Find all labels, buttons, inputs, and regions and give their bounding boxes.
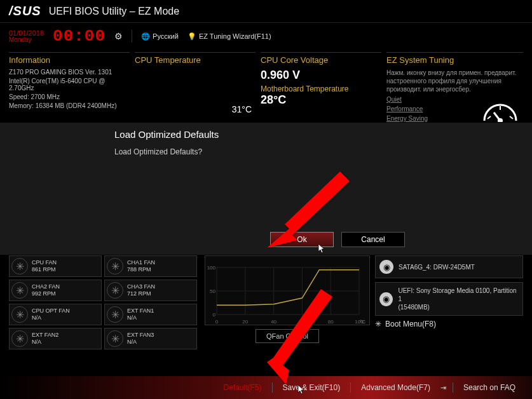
separator [272, 382, 273, 393]
svg-text:40: 40 [271, 319, 276, 325]
switch-icon: ⇥ [440, 384, 446, 392]
brand-logo: /SUS [9, 4, 41, 18]
gauge-icon [481, 98, 519, 125]
disc-icon: ◉ [379, 260, 393, 274]
fan-icon: ✳ [107, 306, 123, 323]
svg-text:20: 20 [242, 319, 248, 325]
fan-text: CHA1 FAN788 RPM [127, 259, 155, 273]
fan-icon: ✳ [107, 330, 123, 347]
fan-item[interactable]: ✳CPU OPT FANN/A [9, 304, 102, 325]
svg-text:0: 0 [213, 312, 216, 318]
svg-text:60: 60 [299, 319, 305, 325]
fan-item[interactable]: ✳CHA3 FAN712 RPM [104, 280, 197, 301]
fan-item[interactable]: ✳EXT FAN1N/A [104, 304, 197, 325]
separator [453, 382, 453, 393]
cpu-info: Intel(R) Core(TM) i5-6400 CPU @ 2.70GHz [9, 78, 130, 91]
day-text: Monday [9, 37, 44, 43]
search-faq-button[interactable]: Search on FAQ [460, 383, 519, 392]
advanced-mode-button[interactable]: Advanced Mode(F7) [357, 383, 434, 392]
boot-menu-icon: ✳ [375, 320, 381, 328]
fan-text: CHA2 FAN992 RPM [32, 283, 60, 297]
memory-info: Memory: 16384 MB (DDR4 2400MHz) [9, 102, 130, 109]
fan-icon: ✳ [107, 258, 123, 274]
fan-text: EXT FAN2N/A [32, 332, 58, 346]
datetime-block: 01/01/2018 Monday [9, 30, 44, 43]
drive-item[interactable]: ◉SATA6G_4: DRW-24D5MT [375, 255, 523, 278]
svg-text:50: 50 [210, 288, 215, 294]
dialog-title: Load Optimized Defaults [114, 129, 418, 140]
fan-text: EXT FAN1N/A [127, 308, 154, 321]
bulb-icon: 💡 [188, 32, 196, 41]
cpu-voltage-title: CPU Core Voltage [261, 55, 381, 65]
fan-icon: ✳ [11, 330, 28, 347]
mb-temp-value: 28°C [261, 93, 381, 107]
svg-line-0 [488, 116, 491, 119]
cancel-button[interactable]: Cancel [341, 232, 405, 247]
ez-tuning-wizard-button[interactable]: 💡 EZ Tuning Wizard(F11) [188, 32, 271, 41]
cpu-voltage-value: 0.960 V [261, 69, 381, 82]
wizard-label: EZ Tuning Wizard(F11) [199, 32, 271, 40]
ez-description: Нажм. иконку внизу для примен. предварит… [386, 69, 523, 93]
boot-menu-button[interactable]: ✳ Boot Menu(F8) [375, 320, 523, 328]
mb-temp-title: Motherboard Temperature [261, 85, 381, 93]
save-exit-button[interactable]: Save & Exit(F10) [279, 383, 344, 392]
clock-time: 00:00 [53, 27, 106, 46]
drive-label: SATA6G_4: DRW-24D5MT [399, 263, 475, 271]
fan-icon: ✳ [107, 282, 123, 299]
disc-icon: ◉ [379, 292, 393, 306]
cpu-temp-value: 31°C [135, 104, 256, 114]
speed-info: Speed: 2700 MHz [9, 93, 130, 100]
fan-text: EXT FAN3N/A [127, 332, 154, 346]
fan-item[interactable]: ✳CPU FAN861 RPM [9, 255, 102, 277]
dialog-question: Load Optimized Defaults? [114, 147, 418, 156]
fan-curve-chart: 020406080100050100°C [205, 255, 370, 325]
date-text: 01/01/2018 [9, 30, 44, 37]
separator [132, 30, 132, 43]
fan-item[interactable]: ✳EXT FAN3N/A [104, 328, 197, 349]
page-title: UEFI BIOS Utility – EZ Mode [49, 6, 179, 17]
language-selector[interactable]: 🌐 Русский [141, 32, 179, 41]
fan-text: CPU FAN861 RPM [32, 259, 57, 273]
fan-text: CHA3 FAN712 RPM [127, 283, 155, 297]
qfan-control-button[interactable]: QFan Control [256, 329, 319, 343]
fan-icon: ✳ [11, 282, 28, 299]
globe-icon: 🌐 [141, 32, 150, 41]
drive-label: UEFI: Sony Storage Media 0100, Partition… [398, 287, 519, 311]
fan-item[interactable]: ✳CHA1 FAN788 RPM [104, 255, 197, 277]
fan-icon: ✳ [11, 306, 28, 323]
cpu-temp-title: CPU Temperature [135, 55, 256, 65]
fan-item[interactable]: ✳CHA2 FAN992 RPM [9, 280, 102, 301]
svg-text:80: 80 [328, 319, 334, 325]
svg-line-2 [510, 116, 513, 119]
gear-icon[interactable]: ⚙ [114, 31, 123, 41]
separator [350, 382, 351, 393]
load-defaults-dialog: Load Optimized Defaults Load Optimized D… [0, 122, 532, 255]
svg-text:0: 0 [215, 319, 219, 325]
board-info: Z170 PRO GAMING BIOS Ver. 1301 [9, 69, 130, 76]
information-title: Information [9, 55, 130, 65]
ok-button[interactable]: Ok [270, 232, 334, 247]
default-button[interactable]: Default(F5) [219, 383, 265, 392]
drive-item[interactable]: ◉UEFI: Sony Storage Media 0100, Partitio… [375, 282, 523, 316]
boot-menu-label: Boot Menu(F8) [385, 320, 436, 328]
fan-icon: ✳ [11, 258, 28, 274]
svg-text:100: 100 [207, 265, 216, 271]
ez-system-tuning-title: EZ System Tuning [386, 55, 523, 65]
fan-text: CPU OPT FANN/A [32, 308, 70, 321]
svg-text:°C: °C [360, 319, 365, 325]
fan-item[interactable]: ✳EXT FAN2N/A [9, 328, 102, 349]
language-label: Русский [153, 32, 179, 40]
